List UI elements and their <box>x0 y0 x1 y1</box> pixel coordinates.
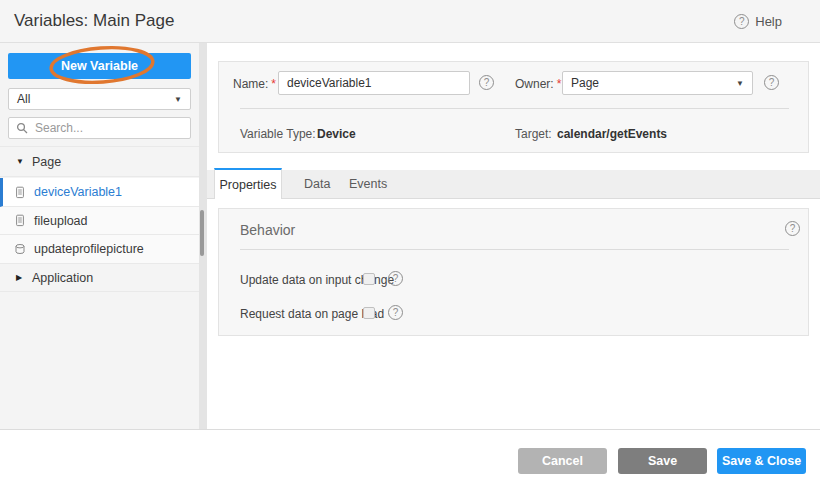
footer-divider <box>0 429 820 430</box>
help-button[interactable]: ? Help <box>734 14 782 29</box>
info-divider <box>240 108 789 109</box>
required-asterisk: * <box>271 77 276 91</box>
name-help-icon[interactable]: ? <box>479 75 494 90</box>
name-label: Name:* <box>233 77 276 91</box>
request-on-page-load-help-icon[interactable]: ? <box>388 305 403 320</box>
tree-group-page[interactable]: ▼ Page <box>0 146 199 177</box>
behavior-help-icon[interactable]: ? <box>785 221 800 236</box>
service-variable-icon <box>14 243 34 256</box>
tree-item-label: fileupload <box>34 214 88 228</box>
required-asterisk: * <box>557 77 562 91</box>
tab-events[interactable]: Events <box>349 177 387 191</box>
search-box <box>8 117 191 139</box>
caret-right-icon: ▶ <box>16 273 32 282</box>
owner-label: Owner:* <box>515 77 561 91</box>
tree-item-updateprofilepicture[interactable]: updateprofilepicture <box>0 235 199 264</box>
page-title: Variables: Main Page <box>14 11 174 31</box>
owner-dropdown[interactable]: Page ▼ <box>562 71 753 95</box>
header: Variables: Main Page ? Help <box>0 0 820 43</box>
tree-item-fileupload[interactable]: fileupload <box>0 207 199 235</box>
tree-group-label: Page <box>32 155 61 169</box>
help-icon: ? <box>734 14 749 29</box>
tree-group-label: Application <box>32 271 93 285</box>
sidebar-scrollbar[interactable] <box>199 43 207 429</box>
variable-filter-dropdown[interactable]: All ▼ <box>8 88 191 110</box>
request-on-page-load-checkbox[interactable] <box>363 307 375 319</box>
cancel-button[interactable]: Cancel <box>518 448 607 474</box>
behavior-divider <box>240 249 789 250</box>
device-variable-icon <box>14 186 34 199</box>
tab-data[interactable]: Data <box>304 177 330 191</box>
search-input[interactable] <box>9 118 190 138</box>
tree-group-application[interactable]: ▶ Application <box>0 264 199 292</box>
variable-type-label: Variable Type: <box>240 127 316 141</box>
help-label: Help <box>755 14 782 29</box>
variable-filter-value: All <box>17 92 30 106</box>
caret-down-icon: ▼ <box>16 157 32 166</box>
update-on-input-change-checkbox[interactable] <box>363 273 375 285</box>
target-value: calendar/getEvents <box>557 127 667 141</box>
name-input[interactable] <box>278 71 470 95</box>
chevron-down-icon: ▼ <box>174 95 182 104</box>
tree-item-label: updateprofilepicture <box>34 242 144 256</box>
save-and-close-button[interactable]: Save & Close <box>717 448 806 474</box>
target-label: Target: <box>515 127 552 141</box>
sidebar-scrollbar-thumb[interactable] <box>200 210 204 256</box>
search-icon <box>16 122 29 135</box>
variable-type-value: Device <box>317 127 356 141</box>
tree-item-label: deviceVariable1 <box>34 185 122 199</box>
behavior-title: Behavior <box>240 222 295 238</box>
owner-value: Page <box>571 76 599 90</box>
owner-help-icon[interactable]: ? <box>764 75 779 90</box>
tab-bar <box>207 170 820 199</box>
new-variable-button[interactable]: New Variable <box>8 53 191 79</box>
tab-properties[interactable]: Properties <box>214 168 282 199</box>
device-variable-icon <box>14 214 34 227</box>
tree-item-devicevariable1[interactable]: deviceVariable1 <box>0 178 199 207</box>
chevron-down-icon: ▼ <box>736 79 744 88</box>
update-on-input-change-help-icon[interactable]: ? <box>388 271 403 286</box>
save-button[interactable]: Save <box>618 448 707 474</box>
